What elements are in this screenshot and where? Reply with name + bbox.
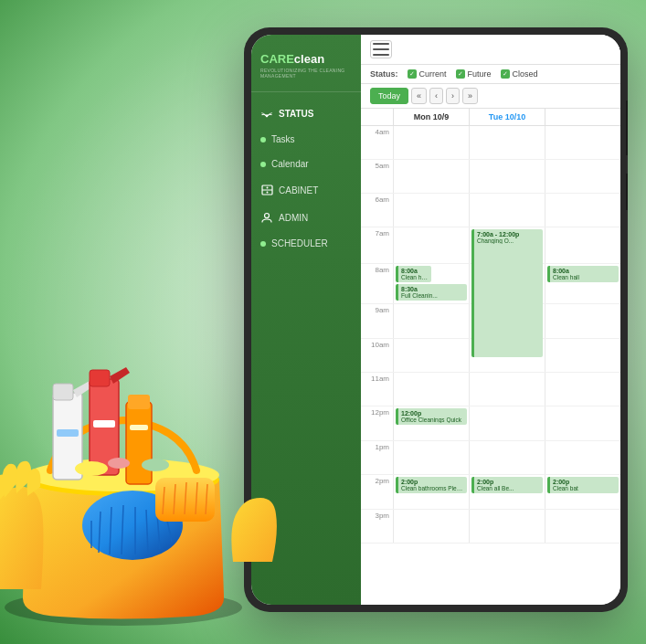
nav-last-button[interactable]: » [462,88,478,104]
event-office-cleanings-title: Office Cleanings Quick [401,417,464,423]
col-header-mon: Mon 10/9 [393,109,469,125]
event-clean-bat-wed[interactable]: 2:00p Clean bat [547,477,619,493]
status-current[interactable]: ✓ Current [408,69,447,79]
future-label: Future [468,69,492,79]
cell-tue-5am[interactable] [469,160,545,193]
hamburger-button[interactable] [370,40,392,58]
cell-wed-5am[interactable] [545,160,620,193]
time-label-4am: 4am [361,126,393,159]
cell-mon-5am[interactable] [393,160,469,193]
cabinet-icon [260,184,273,196]
event-clean-all-be-title: Clean all Be... [477,485,540,491]
cell-wed-10am[interactable] [545,339,620,372]
app-logo: CAREclean REVOLUTIONIZING THE CLEANING M… [251,46,361,92]
cell-mon-2pm[interactable]: 2:00p Clean bathrooms Please c... [393,475,469,509]
cell-wed-12pm[interactable] [545,406,620,440]
sidebar-cabinet-label: CABINET [279,185,318,195]
hamburger-line-3 [373,54,389,56]
sidebar-item-admin[interactable]: ADMIN [251,204,361,231]
glove-right [231,498,277,562]
today-button[interactable]: Today [370,88,408,104]
cell-mon-12pm[interactable]: 12:00p Office Cleanings Quick [393,406,469,440]
sidebar-item-calendar[interactable]: Calendar [251,152,361,176]
cell-wed-1pm[interactable] [545,441,620,474]
cell-tue-4am[interactable] [469,126,545,159]
cloth-green [142,459,169,471]
event-full-cleanin-time: 8:30a [401,286,464,292]
future-checkbox[interactable]: ✓ [456,69,465,79]
sidebar-item-tasks[interactable]: Tasks [251,127,361,152]
time-label-6am: 6am [361,194,393,227]
cell-wed-4am[interactable] [545,126,620,159]
sidebar-calendar-label: Calendar [271,159,309,169]
current-checkbox[interactable]: ✓ [408,69,417,79]
cell-wed-9am[interactable] [545,304,620,338]
cell-tue-12pm[interactable] [469,406,545,440]
cell-tue-11am[interactable] [469,373,545,406]
event-clean-bathrooms-title: Clean bathrooms Please c... [401,485,464,491]
event-office-cleanings[interactable]: 12:00p Office Cleanings Quick [396,408,467,425]
nav-prev-button[interactable]: ‹ [429,88,443,104]
cell-wed-6am[interactable] [545,194,620,227]
nav-first-button[interactable]: « [411,88,427,104]
cloth-yellow [75,461,108,476]
cell-mon-7am[interactable] [393,227,469,263]
cell-wed-11am[interactable] [545,373,620,406]
time-label-9am: 9am [361,304,393,338]
sidebar-item-status[interactable]: STATUS [251,100,361,127]
cell-mon-8am[interactable]: 8:00a Clean hallw... 8:30a Full Cleanin.… [393,264,469,303]
cell-tue-2pm[interactable]: 2:00p Clean all Be... [469,475,545,509]
cell-mon-1pm[interactable] [393,441,469,474]
cell-wed-2pm[interactable]: 2:00p Clean bat [545,475,620,509]
cell-mon-10am[interactable] [393,339,469,372]
time-label-7am: 7am [361,227,393,263]
col-header-tue: Tue 10/10 [469,109,545,125]
event-full-cleanin[interactable]: 8:30a Full Cleanin... [396,284,467,301]
logo-care: CARE [260,52,294,66]
event-clean-bat-wed-time: 2:00p [553,479,616,485]
cell-mon-6am[interactable] [393,194,469,227]
nav-next-button[interactable]: › [446,88,460,104]
supplies-svg [0,242,283,626]
cell-tue-6am[interactable] [469,194,545,227]
bottle-label-orange [130,425,148,430]
spray-label-white [57,429,79,437]
person-icon [260,211,273,224]
cell-mon-11am[interactable] [393,373,469,406]
event-clean-hallw[interactable]: 8:00a Clean hallw... [396,266,431,282]
event-changing-o-time: 7:00a - 12:00p [477,231,540,238]
status-filter-bar: Status: ✓ Current ✓ Future ✓ Closed [361,65,620,84]
status-future[interactable]: ✓ Future [456,69,492,79]
closed-checkbox[interactable]: ✓ [501,69,510,79]
bottle-orange [126,402,152,484]
event-clean-bathrooms[interactable]: 2:00p Clean bathrooms Please c... [396,477,467,493]
status-filter-label: Status: [370,69,398,79]
cell-mon-4am[interactable] [393,126,469,159]
event-clean-bathrooms-time: 2:00p [401,479,464,485]
cell-tue-1pm[interactable] [469,441,545,474]
svg-point-2 [266,187,268,189]
time-label-11am: 11am [361,373,393,406]
topbar [361,35,620,65]
event-changing-o[interactable]: 7:00a - 12:00p Changing O... [471,229,543,357]
cell-mon-9am[interactable] [393,304,469,338]
event-clean-hall-wed[interactable]: 8:00a Clean hall [547,266,619,282]
svg-point-3 [266,192,268,194]
cell-wed-8am[interactable]: 8:00a Clean hall [545,264,620,303]
sidebar-item-cabinet[interactable]: CABINET [251,176,361,204]
spray-bottle-nozzle-red [110,367,130,384]
col-header-extra [545,109,620,125]
event-clean-all-be[interactable]: 2:00p Clean all Be... [471,477,543,493]
cell-wed-3pm[interactable] [545,510,620,543]
cell-mon-3pm[interactable] [393,510,469,543]
logo-text: CAREclean [260,53,352,66]
status-closed[interactable]: ✓ Closed [501,69,538,79]
sidebar-status-label: STATUS [279,109,314,119]
cell-tue-3pm[interactable] [469,510,545,543]
event-office-cleanings-time: 12:00p [401,410,464,417]
cell-wed-7am[interactable] [545,227,620,263]
cell-tue-7am[interactable]: 7:00a - 12:00p Changing O... [469,227,545,263]
time-row-7am: 7am 7:00a - 12:00p Changing O... [361,227,620,264]
event-full-cleanin-title: Full Cleanin... [401,292,464,299]
cloth-red [108,458,130,469]
